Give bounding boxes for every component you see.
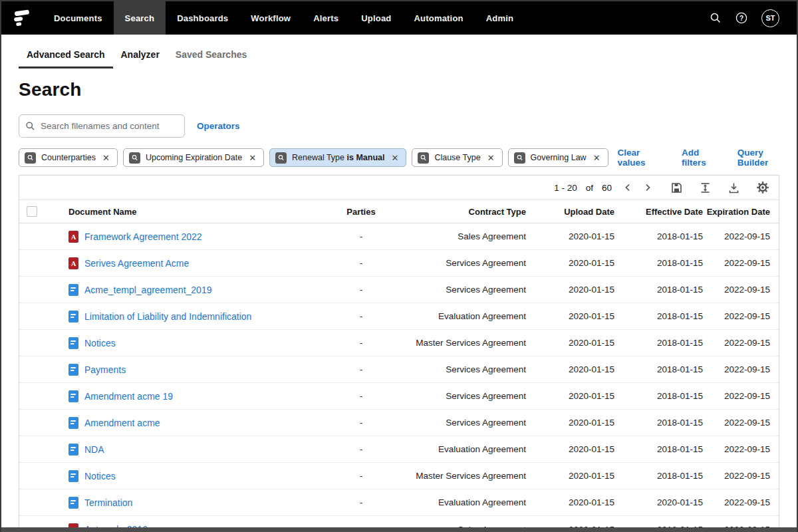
contract-type-cell: Sales Agreement [393, 231, 526, 241]
global-search-icon[interactable] [710, 12, 722, 24]
contract-type-cell: Services Agreement [393, 364, 526, 374]
svg-text:?: ? [739, 15, 743, 22]
col-expiration-date: Expiration Date [703, 207, 783, 217]
table-row[interactable]: ASerives Agreement Acme-Services Agreeme… [19, 250, 779, 277]
effective-date-cell: 2018-01-15 [614, 285, 703, 295]
nav-item-upload[interactable]: Upload [350, 1, 402, 35]
query-builder-link[interactable]: Query Builder [737, 148, 797, 168]
nav-item-alerts[interactable]: Alerts [302, 1, 350, 35]
tab-analyzer[interactable]: Analyzer [113, 44, 168, 68]
nav-item-dashboards[interactable]: Dashboards [166, 1, 239, 35]
nav-item-workflow[interactable]: Workflow [239, 1, 302, 35]
filter-chip-governing-law[interactable]: Governing Law✕ [508, 148, 608, 167]
parties-cell: - [329, 285, 393, 295]
col-document-name: Document Name [51, 207, 329, 217]
filter-chip-upcoming-expiration-date[interactable]: Upcoming Expiration Date✕ [123, 148, 264, 167]
effective-date-cell: 2018-01-15 [614, 444, 703, 454]
pagination-range: 1 - 20 [554, 183, 577, 193]
document-link[interactable]: Termination [84, 497, 132, 508]
parties-cell: - [329, 444, 393, 454]
table-row[interactable]: AFramework Agreement 2022-Sales Agreemen… [19, 223, 779, 250]
expiration-date-cell: 2022-09-15 [703, 338, 783, 348]
chip-close-icon[interactable]: ✕ [101, 153, 111, 163]
upload-date-cell: 2020-01-15 [526, 258, 614, 268]
document-file-icon [68, 497, 78, 509]
add-filters-link[interactable]: Add filters [682, 148, 726, 168]
table-row[interactable]: Limitation of Liability and Indemnificat… [19, 303, 779, 330]
filter-chip-renewal-type[interactable]: Renewal Type is Manual✕ [269, 148, 406, 167]
document-name-cell: Notices [51, 470, 329, 482]
upload-date-cell: 2020-01-15 [526, 497, 614, 507]
app-logo[interactable] [1, 1, 43, 35]
operators-link[interactable]: Operators [197, 121, 240, 131]
effective-date-cell: 2020-01-15 [614, 497, 703, 507]
nav-item-documents[interactable]: Documents [43, 1, 114, 35]
document-link[interactable]: NDA [84, 444, 104, 455]
upload-date-cell: 2020-01-15 [526, 418, 614, 428]
parties-cell: - [329, 311, 393, 321]
pdf-file-icon: A [68, 257, 78, 269]
nav-item-admin[interactable]: Admin [475, 1, 525, 35]
chip-close-icon[interactable]: ✕ [390, 153, 400, 163]
nav-item-search[interactable]: Search [114, 1, 166, 35]
chip-close-icon[interactable]: ✕ [486, 153, 496, 163]
filter-chip-counterparties[interactable]: Counterparties✕ [19, 148, 118, 167]
next-page-button[interactable] [641, 181, 654, 194]
chip-value: is Manual [347, 153, 385, 162]
clear-values-link[interactable]: Clear values [618, 148, 671, 168]
effective-date-cell: 2018-01-15 [614, 364, 703, 374]
contract-type-cell: Services Agreement [393, 391, 526, 401]
settings-gear-button[interactable] [756, 181, 769, 194]
table-row[interactable]: Payments-Services Agreement2020-01-15201… [19, 356, 779, 383]
tab-advanced-search[interactable]: Advanced Search [19, 44, 113, 68]
select-all-checkbox[interactable] [27, 206, 37, 217]
document-name-cell: Amendment acme 19 [51, 390, 329, 402]
avatar[interactable]: ST [761, 9, 779, 27]
help-icon[interactable]: ? [735, 11, 748, 25]
save-view-button[interactable] [670, 182, 683, 194]
document-file-icon [68, 390, 78, 402]
document-link[interactable]: Payments [84, 364, 126, 375]
effective-date-cell: 2018-01-15 [614, 418, 703, 428]
filter-chip-clause-type[interactable]: Clause Type✕ [412, 148, 502, 167]
filter-actions: Clear valuesAdd filtersQuery Builder [618, 148, 797, 168]
row-height-button[interactable] [699, 182, 712, 194]
document-link[interactable]: Notices [84, 471, 116, 481]
contract-type-cell: Evaluation Agreement [393, 497, 526, 507]
upload-date-cell: 2020-01-15 [526, 444, 614, 454]
prev-page-button[interactable] [621, 181, 634, 194]
search-filter-icon [129, 152, 140, 164]
table-row[interactable]: Notices-Master Services Agreement2020-01… [19, 330, 779, 356]
document-link[interactable]: Amendment acme 19 [84, 391, 173, 402]
upload-date-cell: 2020-01-15 [526, 285, 614, 295]
table-row[interactable]: Termination-Evaluation Agreement2020-01-… [19, 489, 779, 516]
table-row[interactable]: Acme_templ_agreement_2019-Services Agree… [19, 277, 779, 303]
table-header-row: Document Name Parties Contract Type Uplo… [19, 200, 779, 223]
parties-cell: - [329, 364, 393, 374]
download-button[interactable] [728, 182, 740, 194]
upload-date-cell: 2020-01-15 [526, 231, 614, 241]
expiration-date-cell: 2022-09-15 [703, 258, 783, 268]
document-name-cell: ASerives Agreement Acme [51, 257, 329, 269]
chip-close-icon[interactable]: ✕ [247, 153, 257, 163]
search-input[interactable] [19, 114, 185, 138]
chip-close-icon[interactable]: ✕ [592, 153, 602, 163]
parties-cell: - [329, 497, 393, 507]
search-row: Operators [19, 114, 797, 138]
table-row[interactable]: Amendment acme-Services Agreement2020-01… [19, 410, 779, 436]
search-tabs: Advanced SearchAnalyzerSaved Searches [19, 35, 797, 68]
contract-type-cell: Services Agreement [393, 418, 526, 428]
chip-label: Counterparties [41, 153, 96, 162]
document-link[interactable]: Serives Agreement Acme [84, 258, 189, 269]
nav-item-automation[interactable]: Automation [402, 1, 474, 35]
document-link[interactable]: Framework Agreement 2022 [84, 231, 202, 242]
document-link[interactable]: Acme_templ_agreement_2019 [84, 285, 211, 295]
tab-saved-searches[interactable]: Saved Searches [168, 44, 255, 68]
document-link[interactable]: Notices [84, 338, 116, 348]
app-window: DocumentsSearchDashboardsWorkflowAlertsU… [0, 0, 798, 532]
table-row[interactable]: Amendment acme 19-Services Agreement2020… [19, 383, 779, 410]
document-link[interactable]: Limitation of Liability and Indemnificat… [84, 311, 251, 322]
table-row[interactable]: NDA-Evaluation Agreement2020-01-152018-0… [19, 436, 779, 463]
table-row[interactable]: Notices-Master Services Agreement2020-01… [19, 463, 779, 489]
document-link[interactable]: Amendment acme [84, 418, 160, 428]
